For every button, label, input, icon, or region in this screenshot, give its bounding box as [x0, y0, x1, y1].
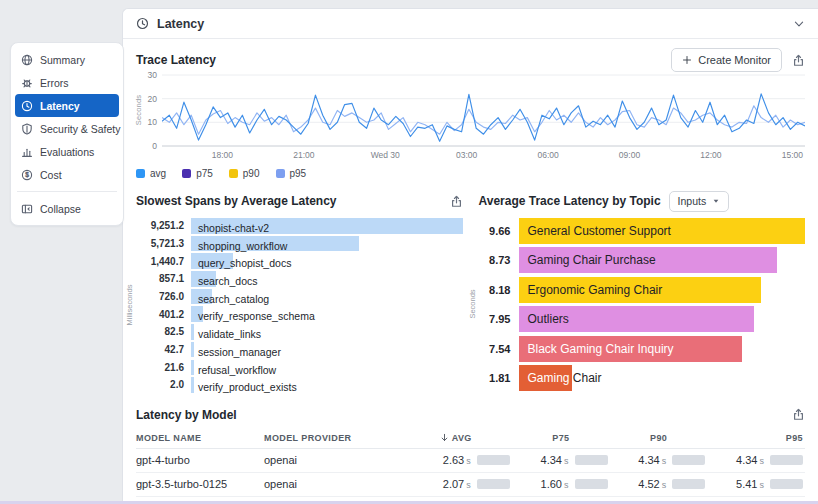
sidebar-collapse-button[interactable]: Collapse	[15, 197, 119, 220]
span-row[interactable]: 401.2verify_response_schema	[136, 306, 463, 322]
create-monitor-button[interactable]: Create Monitor	[671, 48, 782, 72]
metric-cell: 1.60s	[512, 478, 610, 490]
span-value: 5,721.3	[136, 238, 184, 249]
span-row[interactable]: 1,440.7query_shopist_docs	[136, 253, 463, 269]
sidebar-item-summary[interactable]: Summary	[15, 48, 119, 71]
legend-label: avg	[150, 168, 166, 179]
span-row[interactable]: 42.7session_manager	[136, 342, 463, 358]
span-row[interactable]: 5,721.3shopping_workflow	[136, 236, 463, 252]
collapse-icon	[21, 203, 33, 215]
metric-unit: s	[564, 480, 569, 490]
topic-y-axis-label: Seconds	[467, 290, 476, 319]
topic-row[interactable]: 7.54Black Gaming Chair InquiryBlack Gami…	[479, 336, 806, 362]
sidebar: SummaryErrorsLatencySecurity & SafetyEva…	[10, 42, 124, 226]
metric-bar	[575, 455, 608, 465]
topic-value: 8.18	[479, 284, 511, 296]
metric-unit: s	[662, 456, 667, 466]
bug-icon	[21, 77, 33, 89]
table-row[interactable]: gpt-3.5-turbo-0125openai2.07s1.60s4.52s5…	[136, 473, 805, 497]
table-header-p75[interactable]: P75	[512, 433, 610, 443]
trace-x-tick: 18:00	[212, 150, 233, 160]
metric-value: 4.52s	[638, 478, 666, 490]
sidebar-item-evaluations[interactable]: Evaluations	[15, 140, 119, 163]
topic-value: 8.73	[479, 254, 511, 266]
trace-y-tick: 20	[148, 94, 157, 104]
spans-y-axis-label: Milliseconds	[125, 285, 134, 326]
legend-item-p95[interactable]: p95	[276, 168, 307, 179]
topic-value: 9.66	[479, 225, 511, 237]
span-row[interactable]: 726.0search_catalog	[136, 289, 463, 305]
table-header-avg[interactable]: AVG	[414, 433, 512, 443]
span-value: 1,440.7	[136, 256, 184, 267]
table-header-model-provider[interactable]: MODEL PROVIDER	[264, 433, 414, 443]
topic-row[interactable]: 7.95OutliersOutliers	[479, 306, 806, 332]
export-icon[interactable]	[792, 54, 805, 67]
chart-icon	[21, 146, 33, 158]
sidebar-divider	[17, 191, 117, 192]
export-icon[interactable]	[792, 408, 805, 421]
sidebar-item-security-safety[interactable]: Security & Safety	[15, 117, 119, 140]
sidebar-item-label: Errors	[40, 77, 69, 89]
trace-x-tick: 09:00	[619, 150, 640, 160]
trace-y-tick: 30	[148, 70, 157, 80]
metric-bar	[477, 479, 510, 489]
metric-cell: 4.34s	[610, 454, 708, 466]
shield-icon	[21, 123, 33, 135]
legend-swatch	[182, 169, 191, 178]
model-table-body: gpt-4-turboopenai2.63s4.34s4.34s4.34sgpt…	[136, 449, 805, 504]
topic-row[interactable]: 8.18Ergonomic Gaming ChairErgonomic Gami…	[479, 277, 806, 303]
topic-bar: General Customer Support	[519, 218, 806, 244]
metric-unit: s	[760, 456, 765, 466]
span-value: 401.2	[136, 309, 184, 320]
panel-content: Trace Latency Create Monitor Seconds 010…	[123, 39, 818, 504]
sidebar-collapse-label: Collapse	[40, 203, 81, 215]
topic-label-inner: General Customer Support	[528, 218, 671, 244]
metric-value: 2.63s	[443, 454, 471, 466]
span-label: session_manager	[191, 346, 281, 358]
topic-row[interactable]: 1.81Gaming ChairGaming Chair	[479, 365, 806, 391]
span-label: shopist-chat-v2	[191, 222, 269, 234]
metric-value: 4.34s	[541, 454, 569, 466]
trace-y-tick: 0	[152, 141, 157, 151]
sidebar-item-label: Summary	[40, 54, 85, 66]
export-icon[interactable]	[450, 195, 463, 208]
latency-by-model-title: Latency by Model	[136, 408, 237, 422]
metric-cell: 4.52s	[610, 478, 708, 490]
topic-value: 1.81	[479, 372, 511, 384]
trace-line-chart[interactable]: Seconds 0102030	[162, 72, 805, 148]
span-row[interactable]: 2.0verify_product_exists	[136, 377, 463, 393]
span-row[interactable]: 9,251.2shopist-chat-v2	[136, 218, 463, 234]
trace-x-tick: 03:00	[456, 150, 477, 160]
span-row[interactable]: 857.1search_docs	[136, 271, 463, 287]
span-label: search_docs	[191, 275, 258, 287]
trace-x-tick: 12:00	[700, 150, 721, 160]
span-value: 82.5	[136, 326, 184, 337]
span-row[interactable]: 21.6refusal_workflow	[136, 360, 463, 376]
sidebar-item-cost[interactable]: $Cost	[15, 163, 119, 186]
trace-latency-section: Trace Latency Create Monitor Seconds 010…	[136, 48, 805, 181]
span-row[interactable]: 82.5validate_links	[136, 324, 463, 340]
legend-item-p90[interactable]: p90	[229, 168, 260, 179]
sidebar-item-latency[interactable]: Latency	[15, 94, 119, 117]
table-header-p95[interactable]: P95	[707, 433, 805, 443]
legend-label: p95	[290, 168, 307, 179]
legend-item-avg[interactable]: avg	[136, 168, 166, 179]
topic-row[interactable]: 8.73Gaming Chair PurchaseGaming Chair Pu…	[479, 247, 806, 273]
inputs-dropdown[interactable]: Inputs	[669, 191, 730, 212]
legend-item-p75[interactable]: p75	[182, 168, 213, 179]
metric-bar	[770, 479, 803, 489]
topic-bar: Gaming Chair Purchase	[519, 247, 778, 273]
table-header-p90[interactable]: P90	[610, 433, 708, 443]
topic-row[interactable]: 9.66General Customer SupportGeneral Cust…	[479, 218, 806, 244]
metric-bar	[770, 455, 803, 465]
metric-cell: 2.63s	[414, 454, 512, 466]
metric-bar	[477, 455, 510, 465]
trace-legend: avgp75p90p95	[136, 165, 805, 181]
sidebar-item-errors[interactable]: Errors	[15, 71, 119, 94]
metric-unit: s	[466, 480, 471, 490]
chevron-down-icon[interactable]	[793, 18, 805, 30]
table-header-model-name[interactable]: MODEL NAME	[136, 433, 264, 443]
metric-value: 5.41s	[736, 478, 764, 490]
metric-unit: s	[466, 456, 471, 466]
table-row[interactable]: gpt-4-turboopenai2.63s4.34s4.34s4.34s	[136, 449, 805, 473]
